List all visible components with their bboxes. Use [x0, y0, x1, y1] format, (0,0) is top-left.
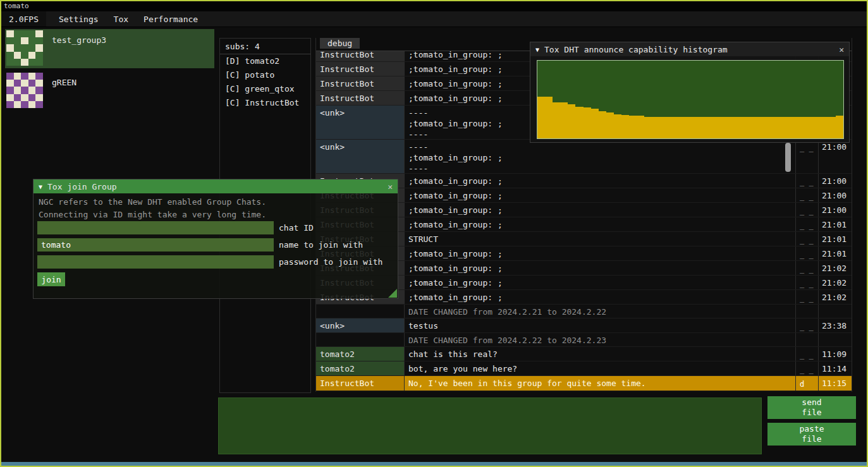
message-marks: _ _ — [796, 188, 819, 202]
histogram-bar — [660, 117, 668, 138]
paste-file-button[interactable]: paste file — [767, 423, 856, 446]
collapse-icon[interactable]: ▼ — [535, 46, 539, 53]
histogram-bar — [728, 117, 736, 138]
bottom-edge-bar — [1, 462, 867, 466]
join-password-input[interactable] — [37, 255, 274, 269]
join-group-dialog: ▼ Tox join Group ✕ NGC refers to the New… — [33, 179, 398, 299]
message-text: ;tomato_in_group: ; — [405, 188, 796, 202]
send-file-button[interactable]: send file — [767, 396, 856, 419]
message-author: tomato2 — [316, 361, 405, 375]
close-icon[interactable]: ✕ — [839, 45, 844, 54]
histogram-bar — [797, 117, 805, 138]
join-info-line: NGC refers to the New DHT enabled Group … — [39, 197, 266, 207]
message-marks: _ _ — [796, 318, 819, 332]
group-item-gREEN[interactable]: gREEN — [5, 71, 214, 111]
message-author: InstructBot — [316, 62, 405, 76]
join-name-label: name to join with — [279, 240, 363, 250]
message-text: ;tomato_in_group: ; — [405, 276, 796, 289]
message-row[interactable]: DATE CHANGED from 2024.2.22 to 2024.2.23 — [316, 333, 852, 347]
histogram-bar — [698, 117, 706, 138]
message-text: STRUCT — [405, 232, 796, 246]
member-list: [D] tomato2[C] potato[C] green_qtox[C] I… — [220, 54, 310, 110]
message-row[interactable]: <unk>testus_ _23:38 — [316, 318, 852, 333]
message-marks: _ _ — [796, 276, 819, 289]
message-row[interactable]: tomato2bot, are you new here?_ _11:14 — [316, 361, 852, 376]
message-marks: _ _ — [796, 290, 819, 304]
message-time: 21:00 — [819, 140, 852, 173]
histogram-bar — [614, 114, 621, 138]
message-author: <unk> — [316, 318, 405, 332]
message-row[interactable]: tomato2chat is this real?_ _11:09 — [316, 347, 852, 361]
message-text: testus — [405, 318, 796, 332]
member-item[interactable]: [C] green_qtox — [220, 82, 310, 96]
member-item[interactable]: [C] InstructBot — [220, 96, 310, 110]
close-icon[interactable]: ✕ — [388, 182, 393, 191]
dht-histogram-window: ▼ Tox DHT announce capability histogram … — [530, 42, 850, 143]
message-author: InstructBot — [316, 76, 405, 90]
message-marks: _ _ — [796, 174, 819, 188]
join-password-label: password to join with — [279, 257, 382, 267]
message-marks: d — [796, 376, 819, 391]
histogram-bar — [675, 117, 683, 138]
collapse-icon[interactable]: ▼ — [39, 183, 42, 190]
message-text: ;tomato_in_group: ; — [405, 174, 796, 188]
histogram-bar — [537, 97, 545, 138]
message-time: 21:01 — [819, 217, 852, 231]
message-row[interactable]: InstructBotNo, I've been in this group f… — [316, 376, 852, 391]
histogram-bar — [545, 97, 553, 138]
menu-tox[interactable]: Tox — [106, 15, 136, 24]
resize-grip[interactable] — [388, 289, 397, 298]
histogram-bar — [744, 117, 752, 138]
join-dialog-header[interactable]: ▼ Tox join Group ✕ — [34, 179, 398, 193]
message-time: 21:02 — [819, 261, 852, 275]
histogram-bar — [774, 117, 782, 138]
histogram-bar — [553, 102, 560, 138]
histogram-bar — [668, 117, 675, 138]
message-input[interactable] — [218, 397, 762, 454]
message-marks: _ _ — [796, 232, 819, 246]
group-item-test_group3[interactable]: test_group3 — [5, 29, 214, 68]
scrollbar[interactable] — [785, 143, 791, 172]
message-time: 11:14 — [819, 361, 852, 375]
menu-settings[interactable]: Settings — [51, 15, 106, 24]
histogram-bar — [621, 115, 629, 138]
message-author: tomato2 — [316, 347, 405, 361]
histogram-bars — [537, 61, 843, 138]
message-text: ;tomato_in_group: ; — [405, 203, 796, 217]
members-header: subs: 4 — [220, 39, 310, 54]
fps-counter: 2.0FPS — [1, 11, 46, 27]
message-marks — [796, 333, 819, 346]
window-titlebar[interactable]: tomato — [1, 1, 867, 11]
message-time: 11:15 — [819, 376, 852, 391]
message-text: ;tomato_in_group: ; — [405, 290, 796, 304]
tab-debug[interactable]: debug — [320, 38, 360, 49]
message-author: InstructBot — [316, 51, 405, 61]
histogram-window-title: Tox DHT announce capability histogram — [544, 45, 728, 54]
join-name-input[interactable] — [37, 238, 274, 252]
message-text: chat is this real? — [405, 347, 796, 361]
message-text: ;tomato_in_group: ; — [405, 217, 796, 231]
member-item[interactable]: [C] potato — [220, 68, 310, 82]
message-text: DATE CHANGED from 2024.2.21 to 2024.2.22 — [405, 305, 796, 318]
message-marks — [796, 305, 819, 318]
member-item[interactable]: [D] tomato2 — [220, 54, 310, 68]
message-marks: _ _ — [796, 361, 819, 375]
histogram-bar — [706, 117, 713, 138]
message-row[interactable]: DATE CHANGED from 2024.2.21 to 2024.2.22 — [316, 305, 852, 318]
join-button[interactable]: join — [37, 272, 65, 286]
group-avatar — [6, 73, 43, 108]
menu-bar: 2.0FPS Settings Tox Performance — [1, 11, 867, 27]
histogram-bar — [759, 117, 767, 138]
group-list: test_group3gREEN — [5, 29, 215, 114]
message-row[interactable]: <unk>---- ;tomato_in_group: ; ----_ _21:… — [316, 140, 852, 174]
chat-id-input[interactable] — [37, 221, 274, 234]
message-marks: _ _ — [796, 217, 819, 231]
histogram-bar — [560, 102, 568, 138]
histogram-window-header[interactable]: ▼ Tox DHT announce capability histogram … — [530, 42, 849, 56]
histogram-bar — [790, 117, 797, 138]
message-time: 21:02 — [819, 290, 852, 304]
histogram-bar — [782, 117, 790, 138]
message-marks: _ _ — [796, 347, 819, 361]
menu-performance[interactable]: Performance — [136, 15, 205, 24]
histogram-bar — [599, 111, 606, 138]
